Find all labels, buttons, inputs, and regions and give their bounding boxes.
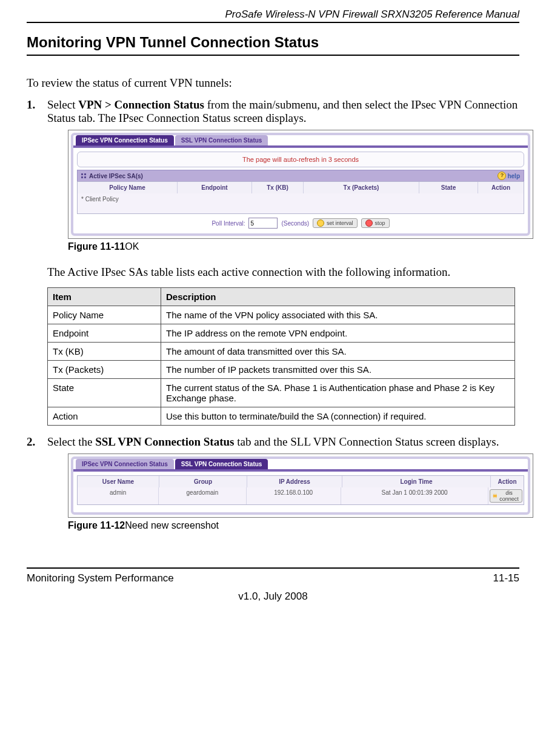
midtext: The Active IPsec SAs table lists each ac… <box>47 266 519 279</box>
sa-item: Policy Name <box>48 306 161 324</box>
sa-desc: The number of IP packets transmitted ove… <box>161 361 515 379</box>
footer-right: 11-15 <box>493 572 519 584</box>
poll-interval-input[interactable] <box>248 218 278 229</box>
disconnect-icon <box>493 493 497 499</box>
col-action-2: Action <box>491 476 524 487</box>
col-group: Group <box>159 476 247 487</box>
footer-rule <box>27 567 519 569</box>
poll-label: Poll Interval: <box>211 220 245 227</box>
stop-button[interactable]: stop <box>361 218 390 228</box>
ipsec-table: Policy Name Endpoint Tx (KB) Tx (Packets… <box>77 181 524 214</box>
cell-login: Sat Jan 1 00:01:39 2000 <box>341 487 489 504</box>
step-2: Select the SSL VPN Connection Status tab… <box>27 435 519 531</box>
table-row: Endpoint The IP address on the remote VP… <box>48 324 515 343</box>
col-policy-name: Policy Name <box>78 182 178 193</box>
screenshot-ipsec: IPSec VPN Connection Status SSL VPN Conn… <box>68 130 533 239</box>
step1-bold: VPN > Connection Status <box>78 98 204 111</box>
step1-pre: Select <box>47 98 78 111</box>
figure-11-12-number: Figure 11-12 <box>68 520 125 530</box>
figure-11-11-suffix: OK <box>125 241 139 252</box>
col-endpoint: Endpoint <box>178 182 252 193</box>
intro-text: To review the status of current VPN tunn… <box>27 76 519 90</box>
sa-item: Action <box>48 407 161 426</box>
col-login-time: Login Time <box>342 476 491 487</box>
tab-underline <box>73 146 528 148</box>
panel-title-text: Active IPSec SA(s) <box>89 173 143 179</box>
section-rule <box>27 55 519 56</box>
tab-ipsec[interactable]: IPSec VPN Connection Status <box>76 135 174 146</box>
page: ProSafe Wireless-N VPN Firewall SRXN3205… <box>0 0 546 615</box>
running-header: ProSafe Wireless-N VPN Firewall SRXN3205… <box>27 6 519 22</box>
grid-icon <box>81 173 86 178</box>
figure-11-11-number: Figure 11-11 <box>68 241 125 252</box>
tab-ssl-2[interactable]: SSL VPN Connection Status <box>175 459 268 469</box>
poll-row: Poll Interval: (Seconds) set interval st… <box>73 214 528 230</box>
figure-11-12-caption: Figure 11-12Need new screenshot <box>68 520 519 531</box>
ssl-table: User Name Group IP Address Login Time Ac… <box>77 475 524 505</box>
sa-th-item: Item <box>48 288 161 306</box>
step2-pre: Select the <box>47 435 95 448</box>
cell-group: geardomain <box>159 487 246 504</box>
stop-icon <box>365 219 373 227</box>
step2-bold: SSL VPN Connection Status <box>95 435 234 448</box>
sa-th-desc: Description <box>161 288 515 306</box>
screenshot-ssl-inner: IPSec VPN Connection Status SSL VPN Conn… <box>71 457 530 515</box>
tab-ipsec-2[interactable]: IPSec VPN Connection Status <box>76 459 174 469</box>
header-rule <box>27 22 519 23</box>
tab-ssl[interactable]: SSL VPN Connection Status <box>175 135 268 146</box>
help-label: help <box>507 173 520 179</box>
sa-item: Endpoint <box>48 324 161 343</box>
figure-11-12-suffix: Need new screenshot <box>125 520 219 530</box>
step2-post: tab and the SLL VPN Connection Status sc… <box>234 435 499 448</box>
screenshot-ssl: IPSec VPN Connection Status SSL VPN Conn… <box>68 453 533 518</box>
table-row: Tx (KB) The amount of data transmitted o… <box>48 343 515 361</box>
poll-unit: (Seconds) <box>281 220 309 227</box>
auto-refresh-notice: The page will auto-refresh in 3 seconds <box>77 152 524 167</box>
disconnect-label: dis connect <box>499 490 519 502</box>
cell-action: dis connect <box>488 487 524 504</box>
sa-item: Tx (KB) <box>48 343 161 361</box>
help-link[interactable]: ? help <box>498 172 520 180</box>
col-tx-kb: Tx (KB) <box>252 182 304 193</box>
footer-left: Monitoring System Performance <box>27 572 174 584</box>
ipsec-table-body: * Client Policy <box>78 193 524 213</box>
sa-desc: The current status of the SA. Phase 1 is… <box>161 379 515 407</box>
ssl-table-head: User Name Group IP Address Login Time Ac… <box>78 476 524 487</box>
sa-desc: Use this button to terminate/build the S… <box>161 407 515 426</box>
sa-item: Tx (Packets) <box>48 361 161 379</box>
clock-icon <box>317 219 324 227</box>
table-row: Tx (Packets) The number of IP packets tr… <box>48 361 515 379</box>
col-action: Action <box>478 182 524 193</box>
col-user-name: User Name <box>78 476 159 487</box>
screenshot-ipsec-inner: IPSec VPN Connection Status SSL VPN Conn… <box>71 133 530 236</box>
col-tx-packets: Tx (Packets) <box>304 182 419 193</box>
set-interval-button[interactable]: set interval <box>313 218 358 228</box>
footer-center: v1.0, July 2008 <box>27 590 519 603</box>
help-icon: ? <box>498 172 506 180</box>
sa-desc: The IP address on the remote VPN endpoin… <box>161 324 515 343</box>
tab-underline-2 <box>73 469 528 472</box>
figure-11-11-caption: Figure 11-11OK <box>68 241 519 252</box>
tabs-2: IPSec VPN Connection Status SSL VPN Conn… <box>73 459 528 469</box>
table-row: State The current status of the SA. Phas… <box>48 379 515 407</box>
sa-desc: The name of the VPN policy associated wi… <box>161 306 515 324</box>
col-ip-address: IP Address <box>247 476 342 487</box>
sa-desc: The amount of data transmitted over this… <box>161 343 515 361</box>
ipsec-row-placeholder: * Client Policy <box>81 196 119 202</box>
sa-item: State <box>48 379 161 407</box>
cell-user: admin <box>78 487 159 504</box>
ssl-table-row: admin geardomain 192.168.0.100 Sat Jan 1… <box>78 487 524 504</box>
panel-title: Active IPSec SA(s) ? help <box>77 170 524 181</box>
disconnect-button[interactable]: dis connect <box>490 489 522 503</box>
col-state: State <box>419 182 478 193</box>
section-title: Monitoring VPN Tunnel Connection Status <box>27 34 519 51</box>
stop-label: stop <box>375 220 385 226</box>
footer-row: Monitoring System Performance 11-15 <box>27 572 519 584</box>
table-row: Policy Name The name of the VPN policy a… <box>48 306 515 324</box>
table-row: Action Use this button to terminate/buil… <box>48 407 515 426</box>
sa-description-table: Item Description Policy Name The name of… <box>47 287 515 426</box>
cell-ip: 192.168.0.100 <box>247 487 341 504</box>
step-1: Select VPN > Connection Status from the … <box>27 98 519 426</box>
ipsec-table-head: Policy Name Endpoint Tx (KB) Tx (Packets… <box>78 182 524 193</box>
set-interval-label: set interval <box>327 220 353 226</box>
